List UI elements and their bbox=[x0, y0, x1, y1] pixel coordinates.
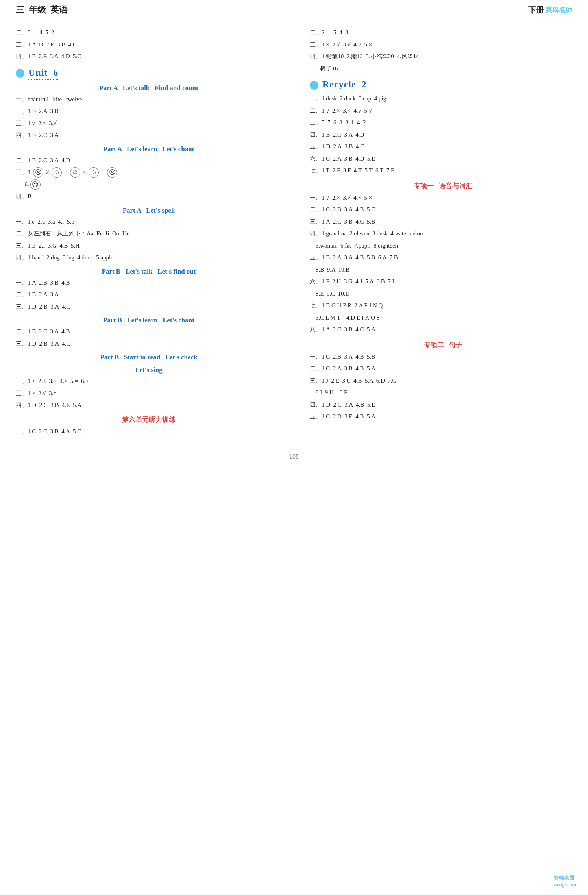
unit6-dot bbox=[16, 69, 24, 78]
part-b-learn: Part B Let's learn Let's chant bbox=[16, 316, 282, 324]
face-2-happy: ☺ bbox=[52, 167, 62, 178]
r2-1: 一、1.desk 2.duck 3.cap 4.pig bbox=[310, 94, 576, 104]
a-learn-4: 四、B bbox=[16, 192, 282, 202]
header-left: 三 年级 英语 bbox=[16, 4, 68, 16]
b-talk-3: 三、1.D 2.B 3.A 4.C bbox=[16, 302, 282, 312]
face-3-happy: ☺ bbox=[70, 167, 80, 178]
t1-4: 四、1.grandma 2.eleven 3.desk 4.watermelon bbox=[310, 229, 576, 239]
t1-7: 七、1.B G H P R 2.A F J N Q bbox=[310, 301, 576, 311]
a-talk-4: 四、1.B 2.C 3.A bbox=[16, 130, 282, 141]
recycle2-title: Recycle 2 bbox=[322, 79, 367, 91]
page-number: 108 bbox=[289, 453, 299, 460]
r-prefix-1: 二、2 1 5 4 3 bbox=[310, 28, 576, 38]
face-1-sad: ☹ bbox=[33, 167, 43, 178]
t2-2: 二、1.C 2.A 3.B 4.B 5.A bbox=[310, 364, 576, 374]
unit6-heading: Unit 6 bbox=[16, 67, 282, 80]
a-spell-2: 二、从左到右，从上到下：Aa Ee Ii Oo Uu bbox=[16, 229, 282, 239]
b-learn-2: 三、1.D 2.B 3.A 4.C bbox=[16, 339, 282, 349]
a-learn-1: 二、1.B 2.C 3.A 4.D bbox=[16, 155, 282, 166]
a-talk-3: 三、1.√ 2.× 3.√ bbox=[16, 118, 282, 129]
r-prefix-3: 四、1.铅笔10 2.船13 3.小汽车20 4.风筝14 bbox=[310, 52, 576, 62]
page: 三 年级 英语 下册 菜鸟名师 二、3 1 4 5 2 三、1.A D 2.E … bbox=[0, 0, 588, 895]
a-spell-1: 一、1.e 2.u 3.a 4.i 5.o bbox=[16, 217, 282, 227]
face-5-sad: ☹ bbox=[107, 167, 117, 178]
t1-4b: 5.woman 6.fat 7.pupil 8.eighteen bbox=[310, 241, 576, 251]
header: 三 年级 英语 下册 菜鸟名师 bbox=[0, 0, 588, 18]
part-a-learn: Part A Let's learn Let's chant bbox=[16, 145, 282, 153]
a-spell-3: 三、1.E 2.I 3.G 4.B 5.H bbox=[16, 241, 282, 251]
recycle2-heading: Recycle 2 bbox=[310, 79, 576, 91]
t1-6: 六、1.F 2.H 3.G 4.J 5.A 6.B 7.I bbox=[310, 277, 576, 287]
t1-1: 一、1.√ 2.× 3.√ 4.× 5.× bbox=[310, 193, 576, 203]
brand-label: 菜鸟名师 bbox=[545, 6, 572, 15]
a-talk-2: 二、1.B 2.A 3.B bbox=[16, 106, 282, 116]
a-learn-2: 三、1. ☹ 2. ☺ 3. ☺ 4. ☺ 5. ☹ bbox=[16, 167, 282, 178]
a-learn-3: 6. ☹ bbox=[16, 179, 282, 190]
volume-label: 下册 bbox=[528, 5, 544, 15]
r2-3: 三、5 7 6 8 3 1 4 2 bbox=[310, 118, 576, 128]
b-talk-2: 二、1.B 2.A 3.A bbox=[16, 290, 282, 300]
face-6-sad: ☹ bbox=[30, 179, 41, 190]
header-right: 下册 菜鸟名师 bbox=[528, 5, 572, 15]
b-talk-1: 一、1.A 2.B 3.B 4.B bbox=[16, 278, 282, 288]
b-read-2: 三、1.× 2.√ 3.× bbox=[16, 388, 282, 399]
left-column: 二、3 1 4 5 2 三、1.A D 2.E 3.B 4.C 四、1.B 2.… bbox=[0, 18, 294, 446]
t1-7b: 3.C L M T 4.D E I K O S bbox=[310, 313, 576, 323]
prefix-line-3: 四、1.B 2.E 3.A 4.D 5.C bbox=[16, 52, 282, 62]
r-prefix-4: 5.椅子16 bbox=[310, 64, 576, 74]
prefix-line-1: 二、3 1 4 5 2 bbox=[16, 28, 282, 38]
footer: 108 bbox=[0, 446, 588, 464]
main-content: 二、3 1 4 5 2 三、1.A D 2.E 3.B 4.C 四、1.B 2.… bbox=[0, 18, 588, 446]
t1-8: 八、1.A 2.C 3.B 4.C 5.A bbox=[310, 325, 576, 335]
t1-5: 五、1.B 2.A 3.A 4.B 5.B 6.A 7.B bbox=[310, 253, 576, 263]
grade-label: 三 年级 英语 bbox=[16, 4, 68, 16]
t2-5: 五、1.C 2.D 3.E 4.B 5.A bbox=[310, 412, 576, 422]
unit6-l-1: 一、1.C 2.C 3.B 4.A 5.C bbox=[16, 427, 282, 437]
t1-3: 三、1.A 2.C 3.B 4.C 5.B bbox=[310, 217, 576, 227]
r-prefix-2: 三、1.× 2.√ 3.√ 4.√ 5.× bbox=[310, 40, 576, 50]
part-a-spell: Part A Let's spell bbox=[16, 207, 282, 215]
face-label: 三、1. bbox=[16, 167, 32, 178]
part-a-talk: Part A Let's talk Find and count bbox=[16, 84, 282, 92]
r2-7: 七、1.T 2.F 3.F 4.T 5.T 6.T 7.F bbox=[310, 166, 576, 176]
t1-2: 二、1.C 2.B 3.A 4.B 5.C bbox=[310, 205, 576, 215]
prefix-line-2: 三、1.A D 2.E 3.B 4.C bbox=[16, 40, 282, 50]
r2-5: 五、1.D 2.A 3.B 4.C bbox=[310, 142, 576, 152]
part-b-read: Part B Start to read Let's check bbox=[16, 353, 282, 361]
lets-sing: Let's sing bbox=[16, 366, 282, 374]
r2-4: 四、1.B 2.C 3.A 4.D bbox=[310, 130, 576, 140]
unit6-title: Unit 6 bbox=[28, 67, 58, 80]
recycle2-dot bbox=[310, 81, 318, 90]
r2-2: 二、1.√ 2.× 3.× 4.√ 5.√ bbox=[310, 106, 576, 116]
unit6-listening: 第六单元听力训练 bbox=[16, 415, 282, 424]
b-learn-1: 二、1.B 2.C 3.A 4.B bbox=[16, 327, 282, 337]
r2-6: 六、1.C 2.A 3.B 4.D 5.E bbox=[310, 154, 576, 164]
t2-1: 一、1.C 2.B 3.A 4.B 5.B bbox=[310, 352, 576, 362]
b-read-1: 二、1.< 2.< 3.> 4.< 5.= 6.> bbox=[16, 376, 282, 386]
topic2-heading: 专项二 句子 bbox=[310, 340, 576, 349]
a-spell-4: 四、1.hand 2.dog 3.leg 4.duck 5.apple bbox=[16, 253, 282, 263]
b-read-3: 四、1.D 2.C 3.B 4.E 5.A bbox=[16, 400, 282, 411]
t2-4: 四、1.D 2.C 3.A 4.B 5.E bbox=[310, 400, 576, 410]
t2-3b: 8.I 9.H 10.F bbox=[310, 388, 576, 398]
part-b-talk: Part B Let's talk Let's find out bbox=[16, 268, 282, 276]
t1-5b: 8.B 9.A 10.B bbox=[310, 265, 576, 275]
footer-brand: 管辖亲圈mxqe.com bbox=[554, 875, 576, 888]
topic1-heading: 专项一 语音与词汇 bbox=[310, 181, 576, 190]
t2-3: 三、1.J 2.E 3.C 4.B 5.A 6.D 7.G bbox=[310, 376, 576, 386]
t1-6b: 8.E 9.C 10.D bbox=[310, 289, 576, 299]
a-talk-1: 一、beautiful kite twelve bbox=[16, 94, 282, 105]
face-4-happy: ☺ bbox=[89, 167, 99, 178]
right-column: 二、2 1 5 4 3 三、1.× 2.√ 3.√ 4.√ 5.× 四、1.铅笔… bbox=[294, 18, 588, 446]
